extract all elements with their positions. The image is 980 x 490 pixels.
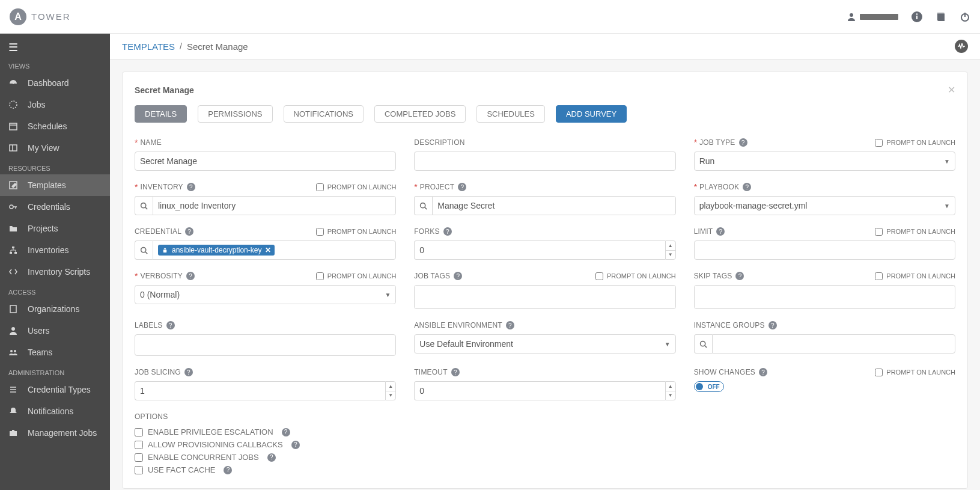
activity-stream-icon[interactable]	[955, 40, 968, 53]
close-icon[interactable]: ✕	[948, 84, 955, 96]
help-icon[interactable]: ?	[224, 466, 232, 474]
menu-toggle-icon[interactable]: ☰	[0, 34, 110, 57]
sidebar-item-users[interactable]: Users	[0, 320, 110, 341]
sidebar-item-jobs[interactable]: Jobs	[0, 94, 110, 115]
description-input[interactable]	[414, 152, 675, 171]
help-icon[interactable]: ?	[454, 272, 462, 280]
instance-groups-lookup-button[interactable]	[694, 334, 712, 354]
playbook-select[interactable]: playbook-manage-secret.yml▼	[694, 196, 955, 215]
tab-details[interactable]: DETAILS	[135, 105, 187, 123]
prompt-credential-checkbox[interactable]	[316, 228, 324, 236]
help-icon[interactable]: ?	[282, 428, 290, 436]
option-privilege-escalation-checkbox[interactable]	[135, 428, 143, 436]
credential-input[interactable]: ansible-vault-decryption-key ✕	[153, 240, 396, 260]
sidebar-item-credentials[interactable]: Credentials	[0, 196, 110, 218]
chip-remove-icon[interactable]: ✕	[265, 246, 271, 254]
info-icon[interactable]	[912, 11, 922, 22]
breadcrumb-root[interactable]: TEMPLATES	[122, 41, 175, 52]
prompt-inventory-checkbox[interactable]	[316, 183, 324, 191]
spinner-down-icon[interactable]: ▼	[666, 251, 675, 260]
show-changes-toggle[interactable]: OFF	[694, 381, 724, 392]
help-icon[interactable]: ?	[739, 138, 747, 147]
sidebar-item-templates[interactable]: Templates	[0, 174, 110, 196]
help-icon[interactable]: ?	[184, 368, 193, 376]
skip-tags-input[interactable]	[694, 285, 955, 309]
inventory-input[interactable]: linux_node Inventory	[153, 196, 396, 215]
help-icon[interactable]: ?	[451, 368, 460, 376]
help-icon[interactable]: ?	[267, 453, 276, 462]
credential-lookup-button[interactable]	[135, 240, 153, 260]
username-placeholder	[860, 14, 898, 20]
sidebar-item-dashboard[interactable]: Dashboard	[0, 72, 110, 94]
name-input[interactable]	[135, 152, 396, 171]
prompt-skip-tags-checkbox[interactable]	[875, 272, 883, 280]
sidebar-item-organizations[interactable]: Organizations	[0, 298, 110, 320]
option-concurrent-jobs-checkbox[interactable]	[135, 453, 143, 462]
spinner-up-icon[interactable]: ▲	[666, 241, 675, 251]
tab-permissions[interactable]: PERMISSIONS	[198, 105, 272, 123]
spinner-up-icon[interactable]: ▲	[386, 382, 395, 391]
field-project: *PROJECT? Manage Secret	[414, 182, 675, 215]
spinner-down-icon[interactable]: ▼	[666, 391, 675, 400]
prompt-show-changes-checkbox[interactable]	[875, 369, 883, 376]
help-icon[interactable]: ?	[187, 183, 195, 191]
key-icon	[8, 202, 19, 212]
field-timeout: TIMEOUT? ▲▼	[414, 367, 675, 400]
field-instance-groups: INSTANCE GROUPS?	[694, 320, 955, 356]
spinner-down-icon[interactable]: ▼	[386, 391, 395, 400]
svg-point-30	[141, 203, 146, 207]
sidebar-item-management-jobs[interactable]: Management Jobs	[0, 422, 110, 444]
timeout-input[interactable]	[414, 381, 665, 400]
limit-input[interactable]	[694, 240, 955, 260]
help-icon[interactable]: ?	[291, 441, 300, 449]
help-icon[interactable]: ?	[506, 321, 514, 329]
project-lookup-button[interactable]	[414, 196, 432, 215]
power-icon[interactable]	[960, 11, 970, 22]
tab-notifications[interactable]: NOTIFICATIONS	[284, 105, 364, 123]
job-tags-input[interactable]	[414, 285, 675, 309]
tab-schedules[interactable]: SCHEDULES	[476, 105, 544, 123]
help-icon[interactable]: ?	[166, 321, 175, 329]
help-icon[interactable]: ?	[743, 183, 751, 191]
verbosity-select[interactable]: 0 (Normal)▼	[135, 285, 396, 304]
project-input[interactable]: Manage Secret	[432, 196, 675, 215]
docs-icon[interactable]	[936, 11, 946, 22]
jobs-icon	[8, 100, 19, 109]
sidebar-item-schedules[interactable]: Schedules	[0, 115, 110, 137]
prompt-limit-checkbox[interactable]	[875, 228, 883, 236]
job-slicing-input[interactable]	[135, 381, 385, 400]
tab-completed-jobs[interactable]: COMPLETED JOBS	[374, 105, 466, 123]
prompt-job-type-checkbox[interactable]	[875, 139, 883, 147]
tab-add-survey[interactable]: ADD SURVEY	[556, 105, 627, 123]
help-icon[interactable]: ?	[768, 321, 777, 329]
sidebar-item-inventories[interactable]: Inventories	[0, 239, 110, 261]
instance-groups-input[interactable]	[712, 334, 955, 354]
sidebar-item-teams[interactable]: Teams	[0, 341, 110, 363]
forks-input[interactable]	[414, 240, 665, 260]
sidebar-item-projects[interactable]: Projects	[0, 218, 110, 239]
help-icon[interactable]: ?	[458, 183, 466, 191]
spinner-up-icon[interactable]: ▲	[666, 382, 675, 391]
prompt-job-tags-checkbox[interactable]	[595, 272, 603, 280]
job-type-select[interactable]: Run▼	[694, 152, 955, 171]
sidebar-item-credential-types[interactable]: Credential Types	[0, 379, 110, 400]
help-icon[interactable]: ?	[716, 227, 725, 236]
inventory-lookup-button[interactable]	[135, 196, 153, 215]
user-menu[interactable]	[847, 12, 898, 22]
option-fact-cache-checkbox[interactable]	[135, 466, 143, 474]
sidebar-item-inventory-scripts[interactable]: Inventory Scripts	[0, 261, 110, 283]
svg-line-35	[145, 251, 147, 253]
help-icon[interactable]: ?	[759, 368, 767, 376]
option-provisioning-callbacks-checkbox[interactable]	[135, 441, 143, 449]
sidebar-item-notifications[interactable]: Notifications	[0, 400, 110, 422]
help-icon[interactable]: ?	[186, 272, 195, 280]
help-icon[interactable]: ?	[735, 272, 744, 280]
prompt-verbosity-checkbox[interactable]	[316, 272, 324, 280]
sidebar-item-myview[interactable]: My View	[0, 137, 110, 159]
ansible-env-select[interactable]: Use Default Environment▼	[414, 334, 675, 354]
svg-rect-20	[10, 305, 16, 313]
labels-input[interactable]	[135, 334, 396, 356]
field-job-type: *JOB TYPE? PROMPT ON LAUNCH Run▼	[694, 137, 955, 171]
help-icon[interactable]: ?	[185, 227, 193, 236]
help-icon[interactable]: ?	[443, 227, 452, 236]
